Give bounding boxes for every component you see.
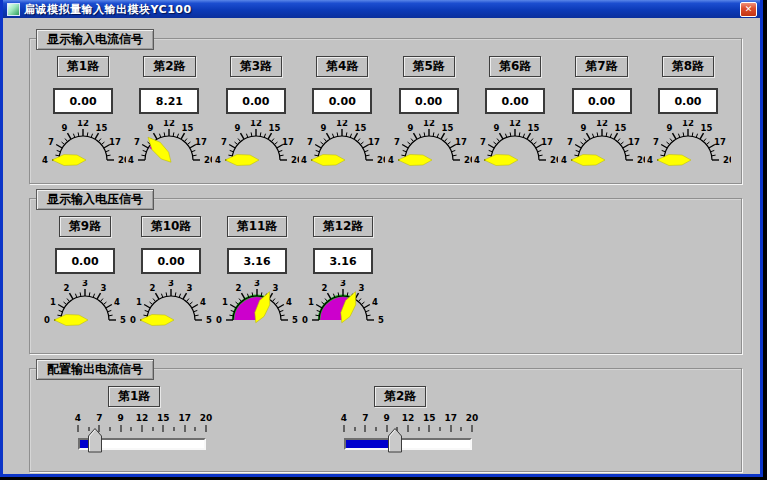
channel-column: 第9路0.000123345 [42,199,128,332]
svg-text:1: 1 [308,297,314,307]
svg-text:3: 3 [340,280,346,288]
slider-tick-label: 7 [96,413,102,423]
value-display: 3.16 [313,248,373,274]
svg-text:9: 9 [407,123,413,133]
svg-text:4: 4 [474,155,480,165]
channel-label: 第2路 [374,386,426,407]
svg-text:4: 4 [129,155,135,165]
slider-tick-label: 4 [341,413,347,423]
svg-text:7: 7 [480,137,486,147]
close-button[interactable]: ✕ [740,2,757,17]
channel-label: 第9路 [59,216,111,237]
svg-text:4: 4 [286,297,292,307]
slider-tick-label: 15 [157,413,170,423]
value-display: 0.00 [312,88,372,114]
svg-text:15: 15 [96,123,108,133]
svg-text:3: 3 [254,280,260,288]
svg-text:1: 1 [136,297,142,307]
input-current-channels: 第1路0.0047912151720第2路8.2147912151720第3路0… [30,39,741,172]
value-display: 0.00 [572,88,632,114]
slider-tick-label: 20 [466,413,479,423]
current-gauge: 47912151720 [559,120,645,172]
svg-text:0: 0 [130,315,136,325]
channel-label: 第11路 [227,216,288,237]
channel-label: 第5路 [403,56,455,77]
desktop: 扁诚模拟量输入输出模块YC100 ✕ 显示输入电流信号 第1路0.0047912… [0,0,767,480]
svg-text:4: 4 [372,297,378,307]
channel-column: 第1路0.0047912151720 [40,39,126,172]
slider-tick-label: 17 [444,413,457,423]
channel-label: 第1路 [108,386,160,407]
svg-text:12: 12 [423,120,435,128]
svg-text:20: 20 [723,155,731,165]
svg-text:17: 17 [455,137,467,147]
value-display: 0.00 [226,88,286,114]
slider-minor-tick [376,427,377,431]
svg-text:0: 0 [44,315,50,325]
slider-thumb[interactable] [87,427,103,457]
voltage-gauge: 0123345 [300,280,386,332]
current-gauge: 47912151720 [299,120,385,172]
slider-minor-tick [354,427,355,431]
value-display: 0.00 [658,88,718,114]
app-window: 扁诚模拟量输入输出模块YC100 ✕ 显示输入电流信号 第1路0.0047912… [0,0,763,477]
svg-text:7: 7 [307,137,313,147]
output-slider-block: 第1路47912151720 [64,385,234,450]
slider-track[interactable] [344,438,472,450]
output-slider-block: 第2路47912151720 [330,385,500,450]
svg-text:1: 1 [50,297,56,307]
group-output-current-title: 配置输出电流信号 [36,359,154,380]
client-area: 显示输入电流信号 第1路0.0047912151720第2路8.21479121… [3,18,760,474]
slider-track[interactable] [78,438,206,450]
slider-minor-tick [152,427,153,431]
slider-tick [120,425,121,432]
svg-text:7: 7 [134,137,140,147]
svg-text:20: 20 [118,155,126,165]
svg-text:3: 3 [101,283,107,293]
slider-tick [472,425,473,432]
slider-tick [184,425,185,432]
slider-scale: 47912151720 [344,413,472,435]
value-display: 0.00 [399,88,459,114]
svg-text:3: 3 [82,280,88,288]
svg-text:20: 20 [637,155,645,165]
svg-text:5: 5 [378,315,384,325]
channel-column: 第3路0.0047912151720 [213,39,299,172]
channel-label: 第7路 [575,56,627,77]
value-display: 0.00 [53,88,113,114]
svg-text:4: 4 [388,155,394,165]
svg-text:3: 3 [168,280,174,288]
slider-thumb[interactable] [387,427,403,457]
svg-text:9: 9 [234,123,240,133]
channel-label: 第2路 [143,56,195,77]
svg-text:15: 15 [614,123,626,133]
slider-minor-tick [418,427,419,431]
svg-text:4: 4 [301,155,307,165]
svg-text:12: 12 [336,120,348,128]
svg-text:4: 4 [647,155,653,165]
svg-text:9: 9 [666,123,672,133]
slider-tick [206,425,207,432]
channel-label: 第8路 [662,56,714,77]
svg-text:20: 20 [377,155,385,165]
svg-text:2: 2 [236,283,242,293]
svg-text:7: 7 [394,137,400,147]
window-title: 扁诚模拟量输入输出模块YC100 [24,2,740,17]
svg-text:9: 9 [62,123,68,133]
current-gauge: 47912151720 [40,120,126,172]
value-display: 3.16 [227,248,287,274]
svg-text:2: 2 [322,283,328,293]
slider-tick [408,425,409,432]
channel-label: 第12路 [313,216,374,237]
group-input-voltage: 显示输入电压信号 第9路0.000123345第10路0.000123345第1… [29,198,742,354]
svg-text:17: 17 [541,137,553,147]
svg-text:3: 3 [359,283,365,293]
svg-text:20: 20 [550,155,558,165]
channel-column: 第12路3.160123345 [300,199,386,332]
channel-column: 第2路8.2147912151720 [126,39,212,172]
svg-text:0: 0 [302,315,308,325]
group-input-current-title: 显示输入电流信号 [36,29,154,50]
slider-minor-tick [174,427,175,431]
svg-text:4: 4 [200,297,206,307]
channel-label: 第10路 [141,216,202,237]
